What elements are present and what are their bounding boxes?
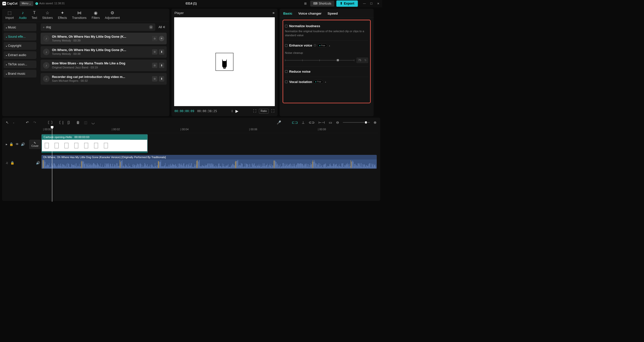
split-tool[interactable]: 〘〙 xyxy=(48,120,55,125)
favorite-button[interactable]: ☆ xyxy=(152,76,157,81)
project-title: 0314 (1) xyxy=(186,2,197,5)
side-item-2[interactable]: ▸Copyright xyxy=(4,42,36,50)
prev-frame-icon[interactable]: ⦀ xyxy=(231,109,233,113)
inspector-tab-speed[interactable]: Speed xyxy=(328,11,338,15)
noise-cleanup-slider[interactable] xyxy=(285,60,354,61)
clear-search-button[interactable]: ✕ xyxy=(149,25,153,29)
select-dropdown-icon[interactable]: ⌄ xyxy=(13,121,15,123)
reduce-noise-label: Reduce noise xyxy=(289,70,310,73)
link-icon[interactable]: ⊂⊃ xyxy=(309,120,315,125)
media-panel: ⬚Import♪AudioTText☆Stickers✦Effects⋈Tran… xyxy=(2,9,169,116)
result-subtitle: Tommy Melody · 00:38 xyxy=(52,52,150,56)
cover-button[interactable]: ✎ Cover xyxy=(29,140,41,149)
result-row[interactable]: ♪ Recorder dog cat pet introduction vlog… xyxy=(41,73,167,84)
side-item-5[interactable]: ▸Brand music xyxy=(4,70,36,77)
snap-icon[interactable]: ⊢⊣ xyxy=(318,120,325,125)
crop-icon[interactable]: ⛶ xyxy=(253,109,256,113)
normalize-checkbox[interactable] xyxy=(285,25,288,28)
track-audio-icon[interactable]: ♫ xyxy=(6,161,8,165)
inspector-tab-basic[interactable]: Basic xyxy=(283,11,292,15)
minimize-button[interactable]: — xyxy=(363,2,366,5)
media-tab-effects[interactable]: ✦Effects xyxy=(58,11,67,20)
media-tab-text[interactable]: TText xyxy=(32,11,37,20)
media-tab-transitions[interactable]: ⋈Transitions xyxy=(72,11,87,20)
track-visibility-icon[interactable]: 👁 xyxy=(16,142,19,146)
music-icon: ♪ xyxy=(43,62,50,69)
video-frame xyxy=(216,53,233,71)
side-item-4[interactable]: ▸TikTok soun... xyxy=(4,60,36,68)
delete-tool[interactable]: 🗑 xyxy=(76,120,80,125)
side-item-1[interactable]: ▸Sound effe... xyxy=(4,33,36,40)
align-icon[interactable]: ⊥ xyxy=(302,120,305,125)
side-item-0[interactable]: ▸Music xyxy=(4,23,36,31)
noise-cleanup-label: Noise cleanup xyxy=(285,51,368,55)
media-tab-stickers[interactable]: ☆Stickers xyxy=(42,11,53,20)
timeline-ruler[interactable]: | 00:00| 00:02| 00:04| 00:06| 00:08 xyxy=(40,126,378,133)
play-button[interactable]: ▶ xyxy=(235,109,238,113)
collapse-icon[interactable]: ▴ xyxy=(329,44,330,47)
trim-left-tool[interactable]: 〘| xyxy=(59,120,63,125)
menu-button[interactable]: Menu ⌄ xyxy=(20,1,33,6)
layout-icon[interactable]: ⊞ xyxy=(303,1,308,6)
search-icon: ⌕ xyxy=(43,26,45,29)
download-button[interactable]: ⬇ xyxy=(159,49,164,55)
chevron-down-icon: ⌄ xyxy=(29,2,31,5)
track-mute-icon[interactable]: 🔊 xyxy=(36,161,40,165)
zoom-in-icon[interactable]: ⊕ xyxy=(374,120,377,125)
trim-right-tool[interactable]: |〙 xyxy=(67,120,72,125)
favorite-button[interactable]: ☆ xyxy=(152,36,157,41)
marker-tool[interactable]: ◡ xyxy=(92,120,95,125)
reduce-noise-checkbox[interactable] xyxy=(285,70,288,73)
result-row[interactable]: ♪ Bow Wow Blues - my Mama Treats Me Like… xyxy=(41,60,167,71)
undo-button[interactable]: ↶ xyxy=(26,120,29,125)
select-tool[interactable]: ↖ xyxy=(6,120,9,125)
player-viewport[interactable] xyxy=(174,17,275,106)
transitions-icon: ⋈ xyxy=(77,11,82,16)
inspector-tab-voice-changer[interactable]: Voice changer xyxy=(298,11,321,15)
media-tab-filters[interactable]: ◉Filters xyxy=(92,11,100,20)
fullscreen-icon[interactable]: ⛶ xyxy=(271,109,274,113)
vocal-isolation-checkbox[interactable] xyxy=(285,80,288,83)
zoom-out-icon[interactable]: ⊖ xyxy=(336,120,339,125)
favorite-button[interactable]: ☆ xyxy=(152,63,157,68)
playhead[interactable] xyxy=(52,126,52,202)
redo-button[interactable]: ↷ xyxy=(33,120,36,125)
video-clip[interactable]: Cartoon opening-Hello 00:00:03:03 xyxy=(42,134,148,153)
collapse-icon[interactable]: ▴ xyxy=(325,80,326,83)
shortcuts-button[interactable]: ⌨ Shortcuts xyxy=(310,1,334,7)
mic-icon[interactable]: 🎤 xyxy=(277,120,281,125)
download-button[interactable]: ⬇ xyxy=(159,76,164,81)
crop-tool[interactable]: ◫ xyxy=(84,120,88,125)
search-input[interactable] xyxy=(46,25,148,29)
ratio-button[interactable]: Ratio xyxy=(259,109,268,113)
maximize-button[interactable]: ☐ xyxy=(370,2,373,5)
media-tab-audio[interactable]: ♪Audio xyxy=(19,11,26,20)
divider xyxy=(285,40,368,41)
favorite-button[interactable]: ☆ xyxy=(152,49,157,55)
result-row[interactable]: ♪ Oh Where, Oh Where Has My Little Dog G… xyxy=(41,33,167,44)
track-video-icon[interactable]: ▸ xyxy=(6,142,8,146)
noise-cleanup-value[interactable]: 75 ⇅ xyxy=(356,57,368,63)
track-mute-icon[interactable]: 🔊 xyxy=(21,142,25,146)
track-lock-icon[interactable]: 🔒 xyxy=(9,142,13,146)
add-button[interactable]: + xyxy=(159,36,164,41)
download-button[interactable]: ⬇ xyxy=(159,63,164,68)
timecode-total: 00:00:38:25 xyxy=(197,109,217,113)
close-button[interactable]: ✕ xyxy=(376,2,380,5)
export-button[interactable]: ⬆ Export xyxy=(336,0,358,7)
result-row[interactable]: ♪ Oh Where, Oh Where Has My Little Dog G… xyxy=(41,46,167,58)
track-lock-icon[interactable]: 🔒 xyxy=(10,161,14,165)
player-menu-icon[interactable]: ≡ xyxy=(273,11,275,15)
search-box[interactable]: ⌕ ✕ xyxy=(41,23,155,31)
preview-icon[interactable]: ▭ xyxy=(329,120,332,125)
media-tab-import[interactable]: ⬚Import xyxy=(5,11,14,20)
ruler-mark: | 00:08 xyxy=(318,128,326,131)
export-icon: ⬆ xyxy=(340,2,343,5)
magnet-icon[interactable]: ⊏⊐ xyxy=(292,120,298,125)
media-tab-adjustment[interactable]: ⚙Adjustment xyxy=(105,11,120,20)
enhance-checkbox[interactable] xyxy=(285,44,288,47)
side-item-3[interactable]: ▸Extract audio xyxy=(4,51,36,59)
filter-all-button[interactable]: All ⚟ xyxy=(157,25,167,29)
zoom-slider[interactable] xyxy=(343,122,370,123)
audio-clip[interactable]: Oh Where, Oh Where Has My Little Dog Gon… xyxy=(42,155,377,169)
